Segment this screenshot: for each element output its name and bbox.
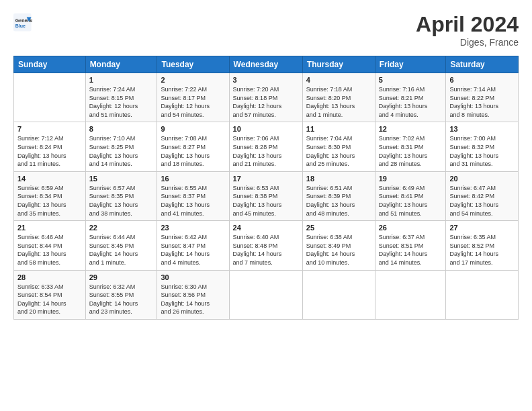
header-saturday: Saturday [446,56,519,73]
day-info: Sunrise: 7:06 AM Sunset: 8:28 PM Dayligh… [233,134,299,168]
calendar-cell [375,270,446,319]
calendar-cell: 4Sunrise: 7:18 AM Sunset: 8:20 PM Daylig… [302,73,375,122]
day-number: 27 [449,224,515,232]
calendar-cell [302,270,375,319]
day-info: Sunrise: 6:46 AM Sunset: 8:44 PM Dayligh… [17,233,82,267]
calendar-week-row-1: 7Sunrise: 7:12 AM Sunset: 8:24 PM Daylig… [14,122,519,171]
calendar-cell: 18Sunrise: 6:51 AM Sunset: 8:39 PM Dayli… [302,171,375,220]
logo: General Blue [13,12,32,32]
header-friday: Friday [375,56,446,73]
day-number: 13 [449,125,515,133]
day-number: 29 [89,273,154,281]
calendar-cell: 3Sunrise: 7:20 AM Sunset: 8:18 PM Daylig… [229,73,302,122]
calendar-cell: 11Sunrise: 7:04 AM Sunset: 8:30 PM Dayli… [302,122,375,171]
calendar-cell: 15Sunrise: 6:57 AM Sunset: 8:35 PM Dayli… [85,171,157,220]
calendar-cell: 17Sunrise: 6:53 AM Sunset: 8:38 PM Dayli… [229,171,302,220]
day-info: Sunrise: 7:18 AM Sunset: 8:20 PM Dayligh… [306,85,371,119]
day-info: Sunrise: 6:42 AM Sunset: 8:47 PM Dayligh… [161,233,225,267]
day-info: Sunrise: 7:14 AM Sunset: 8:22 PM Dayligh… [449,85,515,119]
calendar-cell: 28Sunrise: 6:33 AM Sunset: 8:54 PM Dayli… [14,270,86,319]
calendar-cell: 8Sunrise: 7:10 AM Sunset: 8:25 PM Daylig… [85,122,157,171]
day-number: 5 [379,76,443,84]
day-info: Sunrise: 6:59 AM Sunset: 8:34 PM Dayligh… [17,184,82,218]
calendar-cell: 6Sunrise: 7:14 AM Sunset: 8:22 PM Daylig… [446,73,519,122]
calendar-cell: 22Sunrise: 6:44 AM Sunset: 8:45 PM Dayli… [85,221,157,270]
day-number: 15 [89,175,154,183]
header-wednesday: Wednesday [229,56,302,73]
day-info: Sunrise: 6:35 AM Sunset: 8:52 PM Dayligh… [449,233,515,267]
calendar-cell: 12Sunrise: 7:02 AM Sunset: 8:31 PM Dayli… [375,122,446,171]
day-number: 22 [89,224,154,232]
day-info: Sunrise: 6:51 AM Sunset: 8:39 PM Dayligh… [306,184,371,218]
header-monday: Monday [85,56,157,73]
day-info: Sunrise: 7:00 AM Sunset: 8:32 PM Dayligh… [449,134,515,168]
calendar-cell: 5Sunrise: 7:16 AM Sunset: 8:21 PM Daylig… [375,73,446,122]
calendar-week-row-4: 28Sunrise: 6:33 AM Sunset: 8:54 PM Dayli… [14,270,519,319]
day-info: Sunrise: 7:04 AM Sunset: 8:30 PM Dayligh… [306,134,371,168]
header: General Blue April 2024 Diges, France [13,12,519,48]
day-number: 2 [161,76,225,84]
calendar-cell [229,270,302,319]
svg-text:Blue: Blue [15,24,26,28]
header-thursday: Thursday [302,56,375,73]
day-info: Sunrise: 6:40 AM Sunset: 8:48 PM Dayligh… [233,233,299,267]
day-number: 3 [233,76,299,84]
day-number: 20 [449,175,515,183]
calendar-cell [14,73,86,122]
calendar-cell: 19Sunrise: 6:49 AM Sunset: 8:41 PM Dayli… [375,171,446,220]
calendar-cell: 13Sunrise: 7:00 AM Sunset: 8:32 PM Dayli… [446,122,519,171]
calendar-cell: 20Sunrise: 6:47 AM Sunset: 8:42 PM Dayli… [446,171,519,220]
day-number: 6 [449,76,515,84]
calendar-cell: 21Sunrise: 6:46 AM Sunset: 8:44 PM Dayli… [14,221,86,270]
day-number: 23 [161,224,225,232]
day-number: 19 [379,175,443,183]
day-info: Sunrise: 6:30 AM Sunset: 8:56 PM Dayligh… [161,283,225,316]
day-number: 12 [379,125,443,133]
calendar-cell: 27Sunrise: 6:35 AM Sunset: 8:52 PM Dayli… [446,221,519,270]
day-number: 4 [306,76,371,84]
calendar-cell: 1Sunrise: 7:24 AM Sunset: 8:15 PM Daylig… [85,73,157,122]
day-info: Sunrise: 7:02 AM Sunset: 8:31 PM Dayligh… [379,134,443,168]
day-info: Sunrise: 6:38 AM Sunset: 8:49 PM Dayligh… [306,233,371,267]
day-info: Sunrise: 7:12 AM Sunset: 8:24 PM Dayligh… [17,134,82,168]
day-number: 21 [17,224,82,232]
calendar-week-row-2: 14Sunrise: 6:59 AM Sunset: 8:34 PM Dayli… [14,171,519,220]
month-title: April 2024 [416,12,519,37]
calendar-cell: 9Sunrise: 7:08 AM Sunset: 8:27 PM Daylig… [157,122,229,171]
day-number: 8 [89,125,154,133]
calendar-cell: 16Sunrise: 6:55 AM Sunset: 8:37 PM Dayli… [157,171,229,220]
calendar-week-row-0: 1Sunrise: 7:24 AM Sunset: 8:15 PM Daylig… [14,73,519,122]
day-info: Sunrise: 7:24 AM Sunset: 8:15 PM Dayligh… [89,85,154,119]
day-number: 11 [306,125,371,133]
calendar-header-row: Sunday Monday Tuesday Wednesday Thursday… [14,56,519,73]
day-number: 10 [233,125,299,133]
day-number: 24 [233,224,299,232]
day-info: Sunrise: 6:57 AM Sunset: 8:35 PM Dayligh… [89,184,154,218]
calendar-table: Sunday Monday Tuesday Wednesday Thursday… [13,56,519,320]
calendar-cell: 26Sunrise: 6:37 AM Sunset: 8:51 PM Dayli… [375,221,446,270]
day-info: Sunrise: 6:55 AM Sunset: 8:37 PM Dayligh… [161,184,225,218]
calendar-cell: 2Sunrise: 7:22 AM Sunset: 8:17 PM Daylig… [157,73,229,122]
day-info: Sunrise: 6:53 AM Sunset: 8:38 PM Dayligh… [233,184,299,218]
calendar-cell: 14Sunrise: 6:59 AM Sunset: 8:34 PM Dayli… [14,171,86,220]
day-info: Sunrise: 6:37 AM Sunset: 8:51 PM Dayligh… [379,233,443,267]
calendar-cell: 23Sunrise: 6:42 AM Sunset: 8:47 PM Dayli… [157,221,229,270]
location-subtitle: Diges, France [416,37,519,48]
day-info: Sunrise: 6:49 AM Sunset: 8:41 PM Dayligh… [379,184,443,218]
calendar-cell: 24Sunrise: 6:40 AM Sunset: 8:48 PM Dayli… [229,221,302,270]
calendar-cell: 30Sunrise: 6:30 AM Sunset: 8:56 PM Dayli… [157,270,229,319]
header-sunday: Sunday [14,56,86,73]
calendar-cell: 7Sunrise: 7:12 AM Sunset: 8:24 PM Daylig… [14,122,86,171]
day-number: 17 [233,175,299,183]
day-number: 30 [161,273,225,281]
day-info: Sunrise: 7:22 AM Sunset: 8:17 PM Dayligh… [161,85,225,119]
day-info: Sunrise: 7:20 AM Sunset: 8:18 PM Dayligh… [233,85,299,119]
calendar-cell: 29Sunrise: 6:32 AM Sunset: 8:55 PM Dayli… [85,270,157,319]
calendar-cell: 10Sunrise: 7:06 AM Sunset: 8:28 PM Dayli… [229,122,302,171]
day-number: 28 [17,273,82,281]
day-info: Sunrise: 7:16 AM Sunset: 8:21 PM Dayligh… [379,85,443,119]
header-tuesday: Tuesday [157,56,229,73]
day-number: 18 [306,175,371,183]
day-number: 14 [17,175,82,183]
day-number: 7 [17,125,82,133]
